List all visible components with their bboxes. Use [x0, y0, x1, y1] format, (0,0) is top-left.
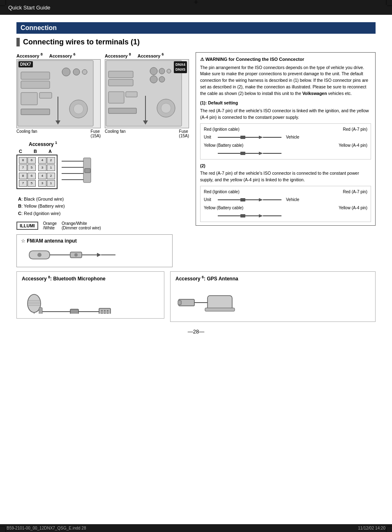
circuit-line-4: [218, 213, 284, 219]
wire-a: A: Black (Ground wire): [18, 196, 189, 203]
dnx45-svg: [105, 60, 183, 128]
device-pair: Accessory 8 Accessory 6 DNX7: [16, 52, 189, 138]
connector-area: C B A 8 6: [16, 149, 189, 194]
fm-box: ☆ FM/AM antenna input: [16, 234, 173, 267]
volkswagen-text: Volkswagen: [302, 91, 327, 96]
pin-row-4: 7 5 3 1: [19, 180, 55, 187]
svg-rect-89: [178, 301, 181, 305]
dnx7-fuse-label: Fuse(15A): [91, 129, 101, 138]
circuit-2-vehicle: Vehicle: [286, 197, 299, 203]
cba-labels: C B A: [19, 149, 58, 154]
svg-point-82: [101, 310, 103, 312]
svg-marker-62: [259, 214, 263, 217]
fm-title-text: FM/AM antenna input: [27, 238, 76, 244]
svg-marker-52: [259, 152, 263, 155]
svg-rect-45: [240, 136, 245, 139]
main-row: Accessory 8 Accessory 6 DNX7: [16, 52, 376, 230]
dnx45-section: Accessory 8 Accessory 6 DNX4DNX5: [105, 52, 189, 138]
accessory1-label: Accessory 1: [29, 141, 189, 147]
accessory6-title: Accessory 6: GPS Antenna: [175, 275, 370, 282]
sub-section-title: Connecting wires to terminals (1): [23, 38, 140, 46]
footer-left: B59-2101-00_00_12DNX7_QSG_E.indd 28: [7, 526, 86, 530]
illumi-section: ILLUMI Orange/White Orange/White(Dimmer …: [16, 221, 189, 230]
accessory8-box: Accessory 8: Bluetooth Microphone: [16, 271, 164, 319]
wire-b: B: Yellow (Battery wire): [18, 203, 189, 210]
circuit-2-row2-labels: Yellow (Battery cable) Yellow (A-4 pin): [204, 205, 367, 211]
fm-antenna-svg: [25, 249, 140, 261]
footer-bar: B59-2101-00_00_12DNX7_QSG_E.indd 28 11/1…: [0, 524, 392, 532]
pin-4b: 4: [38, 173, 46, 179]
svg-rect-16: [21, 93, 37, 105]
yellow-bat-label: Yellow (Battery cable): [204, 142, 243, 148]
fm-diagram: [21, 246, 168, 264]
circuit-2-row1: Unit Vehicle: [204, 197, 367, 203]
circuit-2-row2: [204, 213, 367, 219]
page-number: —28—: [188, 328, 204, 335]
c-label: C: [19, 149, 22, 154]
accessory8-title: Accessory 8: Bluetooth Microphone: [22, 275, 159, 282]
circuit-1-row2-labels: Yellow (Battery cable) Yellow (A-4 pin): [204, 142, 367, 148]
b-label: B: [34, 149, 37, 154]
svg-rect-32: [126, 92, 137, 97]
svg-rect-31: [108, 92, 124, 103]
pin-3b: 3: [38, 180, 46, 187]
illumi-label: ILLUMI: [20, 223, 35, 228]
dimmer-label: Orange/White(Dimmer control wire): [62, 221, 101, 230]
page-wrapper: Quick Start Guide Connection Connecting …: [0, 0, 392, 532]
svg-rect-55: [240, 198, 245, 201]
pin-8b: 8: [19, 173, 27, 179]
dnx45-badge: DNX4DNX5: [174, 61, 187, 73]
svg-point-14: [73, 69, 80, 75]
svg-rect-60: [240, 214, 245, 217]
red-ign-label: Red (Ignition cable): [204, 126, 240, 132]
circuit-2-row1-labels: Red (Ignition cable) Red (A-7 pin): [204, 189, 367, 195]
pin-1b: 1: [47, 180, 55, 187]
pin-2a: 2: [47, 157, 55, 164]
accessory8-num: 8: [48, 275, 50, 279]
page-footer: —28—: [16, 328, 376, 335]
sub-section-bar: [16, 38, 20, 46]
yellow-a4-label-2: Yellow (A-4 pin): [339, 205, 367, 211]
svg-point-71: [28, 294, 41, 312]
svg-marker-69: [97, 253, 101, 257]
right-warning: WARNING for Connecting the ISO Conncecto…: [196, 52, 376, 230]
pin-6a: 6: [28, 157, 36, 164]
svg-marker-47: [259, 136, 263, 139]
default-setting-label: (1): Default setting: [200, 100, 371, 106]
circuit-1-row1-labels: Red (Ignition cable) Red (A-7 pin): [204, 126, 367, 132]
accessory1-left: Accessory 1 C B A: [16, 141, 189, 231]
pin-5b: 5: [28, 180, 36, 187]
pin-1a: 1: [47, 164, 55, 171]
warning-box: WARNING for Connecting the ISO Conncecto…: [196, 52, 376, 226]
accessory6-subtitle: GPS Antenna: [207, 276, 238, 282]
pin-7b: 7: [19, 180, 27, 187]
dnx7-section: Accessory 8 Accessory 6 DNX7: [16, 52, 101, 138]
svg-rect-92: [205, 308, 235, 311]
pin-7a: 7: [19, 164, 27, 171]
wire-legend: A: Black (Ground wire) B: Yellow (Batter…: [18, 196, 189, 217]
dnx7-badge: DNX7: [18, 61, 33, 67]
warning-body: The pin arrangement for the ISO connecto…: [200, 65, 371, 97]
pin-row-1: 8 6 4 2: [19, 157, 55, 164]
accessory8-label: Accessory: [22, 276, 47, 282]
svg-point-64: [37, 253, 42, 257]
svg-rect-22: [21, 109, 50, 115]
bottom-boxes-row: Accessory 8: Bluetooth Microphone: [16, 271, 376, 322]
main-content: Connection Connecting wires to terminals…: [0, 15, 392, 343]
circuit-2-unit: Unit: [204, 197, 215, 203]
accessory6-label: Accessory: [175, 276, 201, 282]
dnx7-bottom-labels: Cooling fan Fuse(15A): [16, 129, 101, 138]
header-title: Quick Start Guide: [8, 5, 51, 11]
svg-rect-79: [70, 309, 78, 314]
svg-point-34: [161, 103, 171, 113]
svg-point-19: [74, 104, 83, 114]
svg-marker-57: [259, 198, 263, 201]
circuit-1-row2: [204, 150, 367, 157]
dnx45-bottom-labels: Cooling fan Fuse(15A): [105, 129, 189, 138]
wire-harness-svg: [61, 153, 94, 194]
accessory6-box: Accessory 6: GPS Antenna: [170, 271, 376, 322]
pin-3a: 3: [38, 164, 46, 171]
fm-star-icon: ☆: [21, 238, 27, 244]
wire-a-label: A: [18, 197, 21, 201]
accessory6-num: 6: [202, 275, 204, 279]
